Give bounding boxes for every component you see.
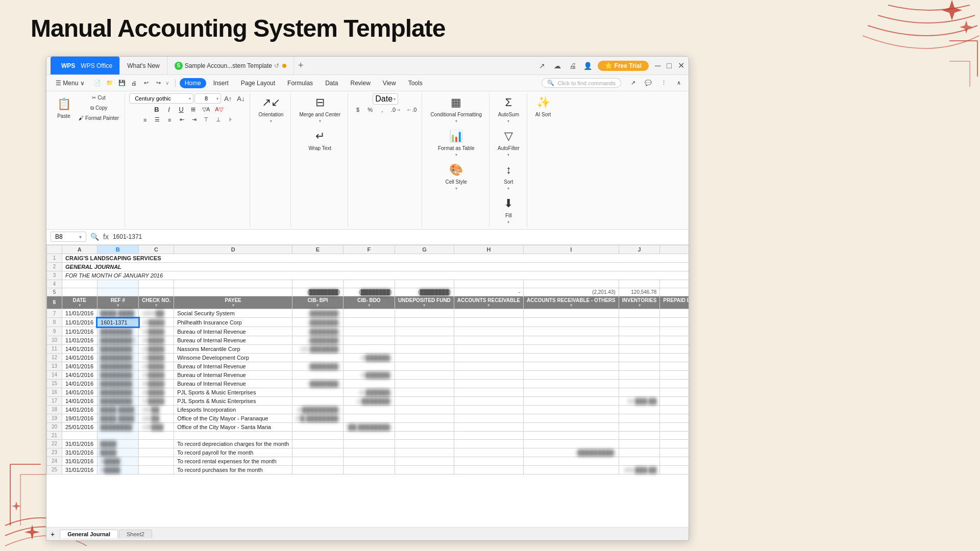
cell-j8[interactable] — [619, 318, 660, 327]
comment-btn[interactable]: 💬 — [643, 79, 654, 87]
cell-k23[interactable] — [660, 448, 689, 457]
print-preview-icon[interactable]: 🖨 — [129, 79, 140, 87]
cell-a23[interactable]: 31/01/2016 — [62, 448, 97, 457]
cell-b19[interactable]: ████-████ — [97, 414, 138, 422]
menu-view[interactable]: View — [378, 78, 401, 88]
font-size-combo[interactable]: ▾ — [194, 93, 221, 104]
cell-d15[interactable]: Bureau of Internal Revenue — [174, 379, 292, 388]
cell-k13[interactable] — [660, 362, 689, 370]
menu-tools[interactable]: Tools — [403, 78, 428, 88]
align-center-button[interactable]: ☰ — [152, 115, 163, 124]
sheet-tab-2[interactable]: Sheet2 — [119, 530, 152, 538]
col-header-e[interactable]: E — [292, 245, 344, 254]
cell-c4[interactable] — [139, 280, 174, 288]
cell-d17[interactable]: PJL Sports & Music Enterprises — [174, 396, 292, 405]
fill-color-button[interactable]: ▽A — [200, 105, 212, 114]
cell-d7[interactable]: Social Security System — [174, 309, 292, 318]
menu-data[interactable]: Data — [320, 78, 343, 88]
cell-b4[interactable] — [97, 280, 138, 288]
cell-i4[interactable] — [524, 280, 619, 288]
header-payee[interactable]: PAYEE▾ — [174, 296, 292, 309]
cell-a3[interactable]: FOR THE MONTH OF JANUARY 2016 — [62, 271, 689, 280]
cell-e10[interactable]: (███████) — [292, 336, 344, 344]
col-header-a[interactable]: A — [62, 245, 97, 254]
font-color-button[interactable]: A▽ — [213, 105, 225, 114]
cell-j14[interactable] — [619, 370, 660, 379]
paste-button[interactable]: 📋 Paste — [53, 95, 75, 121]
cell-j12[interactable] — [619, 353, 660, 362]
cell-c20[interactable]: 136███ — [139, 422, 174, 431]
cell-b9[interactable]: ████████ — [97, 327, 138, 336]
cell-h16[interactable] — [454, 388, 523, 396]
cell-a14[interactable]: 14/01/2016 — [62, 370, 97, 379]
cell-h11[interactable] — [454, 344, 523, 353]
cell-k22[interactable] — [660, 439, 689, 448]
cell-style-button[interactable]: 🎨 Cell Style ▾ — [442, 161, 471, 193]
cell-e21[interactable] — [292, 431, 344, 439]
cell-h24[interactable] — [454, 457, 523, 465]
cell-c25[interactable] — [139, 465, 174, 474]
col-header-i[interactable]: I — [524, 245, 619, 254]
cell-g14[interactable] — [395, 370, 454, 379]
cell-h7[interactable] — [454, 309, 523, 318]
cell-d10[interactable]: Bureau of Internal Revenue — [174, 336, 292, 344]
ai-sort-button[interactable]: ✨ AI Sort — [531, 93, 555, 120]
cell-i15[interactable] — [524, 379, 619, 388]
col-header-f[interactable]: F — [343, 245, 395, 254]
cell-e11[interactable]: (10,███████) — [292, 344, 344, 353]
cell-d24[interactable]: To record rental expenses for the month — [174, 457, 292, 465]
cell-c24[interactable] — [139, 457, 174, 465]
cell-i19[interactable] — [524, 414, 619, 422]
col-header-d[interactable]: D — [174, 245, 292, 254]
cell-a20[interactable]: 25/01/2016 — [62, 422, 97, 431]
cell-a16[interactable]: 14/01/2016 — [62, 388, 97, 396]
cell-h13[interactable] — [454, 362, 523, 370]
cell-c19[interactable]: 182██ — [139, 414, 174, 422]
cell-f11[interactable] — [343, 344, 395, 353]
align-bottom-button[interactable]: ⊦ — [225, 115, 236, 124]
increase-font-button[interactable]: A↑ — [222, 94, 234, 104]
cell-c16[interactable]: 16████ — [139, 388, 174, 396]
font-size-input[interactable] — [197, 94, 215, 103]
close-button[interactable]: ✕ — [678, 61, 684, 70]
cell-b7[interactable]: ████-████ — [97, 309, 138, 318]
cell-i16[interactable] — [524, 388, 619, 396]
cell-k21[interactable] — [660, 431, 689, 439]
cell-g23[interactable] — [395, 448, 454, 457]
cell-e14[interactable] — [292, 370, 344, 379]
cell-c5[interactable] — [139, 288, 174, 296]
cell-j21[interactable] — [619, 431, 660, 439]
cell-b13[interactable]: ████████ — [97, 362, 138, 370]
percent-button[interactable]: % — [364, 106, 376, 114]
menu-menu[interactable]: ☰ Menu ∨ — [51, 78, 90, 88]
add-sheet-button[interactable]: + — [51, 530, 55, 538]
cell-f20[interactable]: (██,████████) — [343, 422, 395, 431]
cell-f23[interactable] — [343, 448, 395, 457]
cell-j16[interactable] — [619, 388, 660, 396]
cell-b8[interactable]: 1601-1371 — [97, 318, 138, 327]
autosum-button[interactable]: Σ AutoSum ▾ — [494, 93, 523, 126]
cell-c15[interactable]: 16████ — [139, 379, 174, 388]
cell-i13[interactable] — [524, 362, 619, 370]
cell-k25[interactable] — [660, 465, 689, 474]
open-icon[interactable]: 📁 — [104, 79, 115, 87]
new-tab-button[interactable]: + — [298, 60, 304, 71]
cell-a2[interactable]: GENERAL JOURNAL — [62, 262, 689, 271]
cell-d18[interactable]: Lifesports Incorporation — [174, 405, 292, 414]
undo-icon[interactable]: ↩ — [141, 79, 152, 87]
cell-a8[interactable]: 11/01/2016 — [62, 318, 97, 327]
font-name-input[interactable] — [132, 94, 188, 103]
cell-g12[interactable] — [395, 353, 454, 362]
cell-a4[interactable] — [62, 280, 97, 288]
cell-a1[interactable]: CRAIG'S LANDSCAPING SERVICES — [62, 254, 689, 262]
header-ref[interactable]: REF #▾ — [97, 296, 138, 309]
tab-sample[interactable]: S Sample Accoun...stem Template ↺ — [167, 57, 294, 74]
cell-a12[interactable]: 14/01/2016 — [62, 353, 97, 362]
orientation-button[interactable]: ↗↙ Orientation ▾ — [254, 93, 287, 126]
header-ar[interactable]: ACCOUNTS RECEIVABLE▾ — [454, 296, 523, 309]
cell-d12[interactable]: Winsome Development Corp — [174, 353, 292, 362]
cell-j23[interactable] — [619, 448, 660, 457]
cell-a7[interactable]: 11/01/2016 — [62, 309, 97, 318]
cell-i10[interactable] — [524, 336, 619, 344]
cell-j13[interactable] — [619, 362, 660, 370]
